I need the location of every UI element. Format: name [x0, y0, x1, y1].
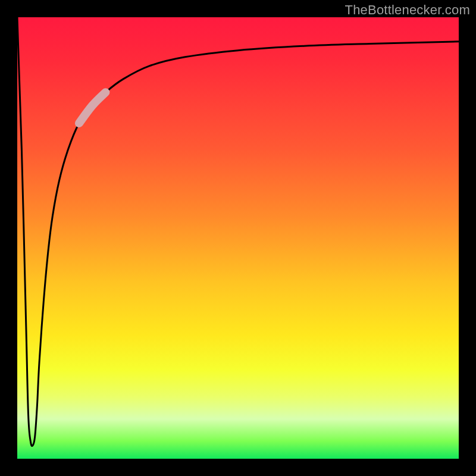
plot-area — [17, 17, 459, 459]
watermark-text: TheBottlenecker.com — [345, 2, 470, 18]
curve-svg — [17, 17, 459, 459]
highlight-segment — [79, 92, 106, 123]
bottleneck-curve — [17, 17, 459, 446]
chart-stage: TheBottlenecker.com — [0, 0, 476, 476]
